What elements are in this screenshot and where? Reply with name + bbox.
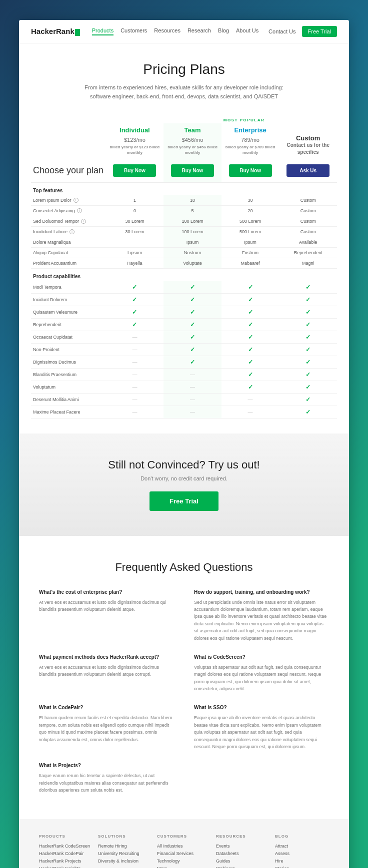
individual-buy-button[interactable]: Buy Now bbox=[113, 164, 156, 177]
footer-link[interactable]: Stories bbox=[275, 866, 329, 868]
most-popular-label: MOST POPULAR bbox=[151, 118, 337, 122]
cap-individual: — bbox=[106, 406, 164, 418]
hero-subtitle: From interns to experienced hires, evalu… bbox=[74, 83, 294, 101]
dash-icon: — bbox=[132, 372, 137, 377]
cap-enterprise: ✓ bbox=[222, 293, 280, 306]
info-icon: i bbox=[77, 208, 82, 213]
check-icon: ✓ bbox=[190, 309, 195, 316]
capability-name: Modi Tempora bbox=[33, 285, 104, 290]
nav-research[interactable]: Research bbox=[188, 27, 211, 35]
footer-link[interactable]: Remote Hiring bbox=[98, 844, 152, 849]
free-trial-cta-button[interactable]: Free Trial bbox=[150, 491, 218, 511]
capability-name-cell: Deserunt Mollitia Animi bbox=[31, 393, 106, 406]
custom-header: Custom Contact us for the specifics Ask … bbox=[279, 123, 337, 182]
capability-name: Voluptatum bbox=[33, 385, 104, 390]
check-icon: ✓ bbox=[306, 321, 310, 328]
footer-link[interactable]: Webinars bbox=[216, 866, 270, 868]
faq-question: What payment methods does HackerRank acc… bbox=[39, 654, 174, 661]
capability-name: Non-Proident bbox=[33, 347, 104, 352]
cap-enterprise: — bbox=[222, 406, 280, 418]
custom-ask-button[interactable]: Ask Us bbox=[286, 164, 330, 177]
dash-icon: — bbox=[190, 384, 195, 390]
footer-link[interactable]: Datasheets bbox=[216, 851, 270, 856]
nav-products[interactable]: Products bbox=[92, 27, 114, 35]
footer-link[interactable]: All Industries bbox=[157, 844, 211, 849]
footer-link[interactable]: Financial Services bbox=[157, 851, 211, 856]
nav-links: Products Customers Resources Research Bl… bbox=[92, 27, 268, 35]
nav-right: Contact Us Free Trial bbox=[268, 26, 337, 37]
capability-name: Deserunt Mollitia Animi bbox=[33, 397, 104, 402]
faq-answer: At vero eos et accusamus et iusto odio d… bbox=[39, 599, 174, 613]
cap-individual: — bbox=[106, 381, 164, 393]
cap-team: — bbox=[164, 368, 222, 381]
footer-link[interactable]: HackerRank Projects bbox=[39, 859, 93, 864]
nav-resources[interactable]: Resources bbox=[154, 27, 180, 35]
footer-link[interactable]: Events bbox=[216, 844, 270, 849]
footer-link[interactable]: Diversity & Inclusion bbox=[98, 859, 152, 864]
footer-link[interactable]: HackerRank Insights bbox=[39, 866, 93, 868]
cap-enterprise: ✓ bbox=[222, 368, 280, 381]
feature-name: Consectet Adipiscingi bbox=[33, 208, 104, 213]
feature-row: Proident Accusantium Hayella Voluptate M… bbox=[31, 258, 337, 268]
feature-name: Incididunt Laborei bbox=[33, 229, 104, 234]
dash-icon: — bbox=[132, 359, 137, 365]
check-icon: ✓ bbox=[306, 384, 310, 391]
feature-enterprise: Fostrum bbox=[222, 247, 280, 258]
cap-individual: ✓ bbox=[106, 318, 164, 331]
cap-individual: ✓ bbox=[106, 281, 164, 294]
check-icon: ✓ bbox=[248, 296, 253, 303]
cap-team: — bbox=[164, 393, 222, 406]
footer-link[interactable]: More bbox=[157, 866, 211, 868]
faq-answer: Sed ut perspiciatis unde omnis iste natu… bbox=[194, 599, 329, 642]
capability-name-cell: Voluptatum bbox=[31, 381, 106, 393]
contact-us-link[interactable]: Contact Us bbox=[268, 28, 296, 34]
footer-link[interactable]: HackerRank CodePair bbox=[39, 851, 93, 856]
footer-link[interactable]: Hire bbox=[275, 859, 329, 864]
cap-individual: — bbox=[106, 368, 164, 381]
top-features-header-row: Top features bbox=[31, 182, 337, 195]
footer-link[interactable]: Guides bbox=[216, 859, 270, 864]
cap-enterprise: ✓ bbox=[222, 343, 280, 356]
cap-custom: ✓ bbox=[279, 281, 337, 294]
custom-contact-text: Contact us for the specifics bbox=[281, 142, 335, 156]
nav-customers[interactable]: Customers bbox=[120, 27, 147, 35]
check-icon: ✓ bbox=[190, 359, 195, 366]
feature-name: Proident Accusantium bbox=[33, 261, 104, 266]
individual-header: Individual $123/mo billed yearly or $123… bbox=[106, 123, 164, 182]
feature-name: Dolore Magnaliqua bbox=[33, 240, 104, 245]
capability-row: Modi Tempora ✓ ✓ ✓ ✓ bbox=[31, 281, 337, 294]
nav-about[interactable]: About Us bbox=[236, 27, 258, 35]
capability-row: Reprehenderit ✓ ✓ ✓ ✓ bbox=[31, 318, 337, 331]
check-icon: ✓ bbox=[306, 346, 310, 353]
cap-team: — bbox=[164, 406, 222, 418]
enterprise-buy-button[interactable]: Buy Now bbox=[229, 164, 272, 177]
free-trial-nav-button[interactable]: Free Trial bbox=[302, 26, 337, 37]
info-icon: i bbox=[81, 219, 86, 224]
feature-name-cell: Proident Accusantium bbox=[31, 258, 106, 268]
footer-col-heading: Blog bbox=[275, 834, 329, 839]
check-icon: ✓ bbox=[306, 396, 310, 403]
capability-name-cell: Non-Proident bbox=[31, 343, 106, 356]
feature-enterprise: 500 Lorem bbox=[222, 226, 280, 237]
feature-name-cell: Sed Doluomod Tempori bbox=[31, 216, 106, 226]
footer-link[interactable]: Technology bbox=[157, 859, 211, 864]
cap-team: ✓ bbox=[164, 281, 222, 294]
nav-blog[interactable]: Blog bbox=[218, 27, 229, 35]
faq-grid: What's the cost of enterprise plan? At v… bbox=[39, 589, 329, 794]
capability-row: Quisautem Veleumure ✓ ✓ ✓ ✓ bbox=[31, 306, 337, 318]
capability-row: Blanditis Praesentium — — ✓ ✓ bbox=[31, 368, 337, 381]
navigation: HackerRank Products Customers Resources … bbox=[19, 20, 349, 43]
dash-icon: — bbox=[190, 409, 195, 415]
capability-name-cell: Maxime Placeat Facere bbox=[31, 406, 106, 418]
footer-link[interactable]: University Recruiting bbox=[98, 851, 152, 856]
footer-link[interactable]: HackerRank CodeScreen bbox=[39, 844, 93, 849]
page-title: Pricing Plans bbox=[39, 61, 329, 77]
feature-individual: Lipsum bbox=[106, 247, 164, 258]
footer-link[interactable]: Assess bbox=[275, 851, 329, 856]
capability-name-cell: Modi Tempora bbox=[31, 281, 106, 294]
cap-custom: ✓ bbox=[279, 393, 337, 406]
team-buy-button[interactable]: Buy Now bbox=[171, 164, 214, 177]
footer-link[interactable]: Attract bbox=[275, 844, 329, 849]
capabilities-header-row: Product capabilities bbox=[31, 268, 337, 281]
faq-item: What is CodeScreen? Voluptas sit asperna… bbox=[194, 654, 329, 693]
